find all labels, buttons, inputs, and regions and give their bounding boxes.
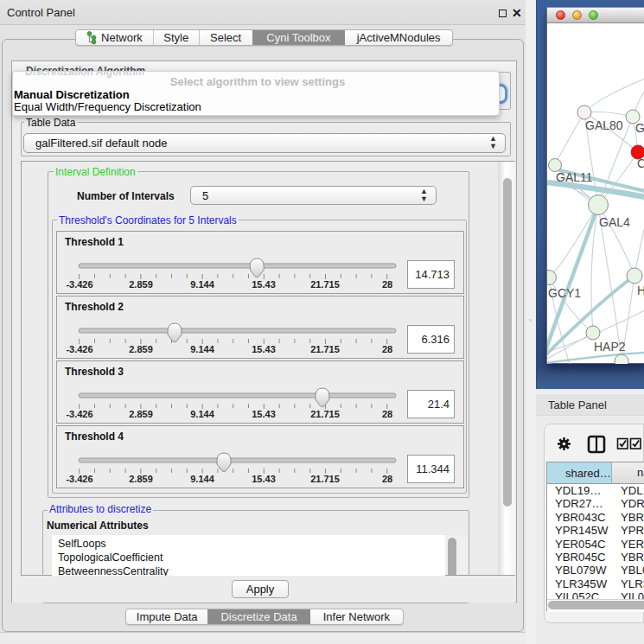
svg-text:HAP2: HAP2 bbox=[594, 340, 626, 354]
svg-text:GAL11: GAL11 bbox=[556, 170, 593, 184]
svg-text:H: H bbox=[637, 284, 644, 297]
svg-text:GAL4: GAL4 bbox=[599, 215, 630, 229]
svg-text:GA: GA bbox=[635, 121, 644, 135]
svg-text:GAL80: GAL80 bbox=[585, 118, 623, 132]
svg-text:C: C bbox=[637, 156, 644, 170]
svg-text:GCY1: GCY1 bbox=[548, 286, 581, 300]
